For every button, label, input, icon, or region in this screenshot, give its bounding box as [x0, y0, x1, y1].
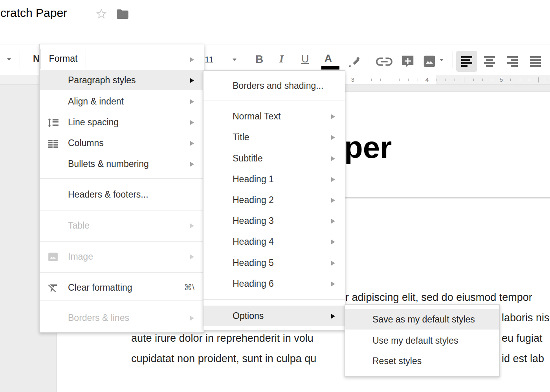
menu-item-columns[interactable]: Columns: [40, 133, 204, 153]
insert-image-caret-icon[interactable]: [440, 59, 444, 61]
menu-item-subtitle[interactable]: Subtitle: [204, 148, 345, 169]
doc-text-line: id est lab: [502, 353, 544, 365]
text-color-button[interactable]: A: [324, 52, 332, 64]
submenu-arrow-icon: [331, 314, 335, 319]
menu-item-bullets-numbering[interactable]: Bullets & numbering: [40, 154, 204, 174]
ruler-number: 4: [424, 76, 430, 83]
insert-image-icon[interactable]: [422, 54, 436, 70]
align-justify-icon[interactable]: [530, 56, 541, 67]
line-spacing-icon: [47, 117, 59, 128]
doc-text-line: cupidatat non proident, sunt in culpa qu: [131, 353, 316, 365]
submenu-arrow-icon: [331, 282, 335, 286]
font-size-value[interactable]: 11: [205, 55, 214, 65]
text-color-swatch: [321, 66, 339, 70]
doc-text-line: aute irure dolor in reprehenderit in vol…: [131, 332, 314, 344]
submenu-arrow-icon: [331, 219, 335, 223]
doc-text-line: r adipiscing elit, sed do eiusmod tempor: [345, 291, 532, 304]
doc-text-line: eu fugiat: [502, 332, 543, 344]
menu-item-headers-footers[interactable]: Headers & footers...: [40, 184, 204, 205]
align-right-icon[interactable]: [507, 56, 518, 67]
clear-formatting-icon: [47, 282, 59, 294]
menu-item-paragraph-styles[interactable]: Paragraph styles: [40, 70, 204, 90]
submenu-arrow-icon: [190, 316, 194, 321]
shortcut-label: ⌘\: [184, 277, 194, 298]
menu-item-heading-5[interactable]: Heading 5: [204, 253, 345, 273]
submenu-arrow-icon: [190, 223, 194, 228]
doc-heading-fragment: per: [344, 130, 392, 165]
submenu-arrow-icon: [190, 57, 194, 62]
options-menu: Save as my default styles Use my default…: [345, 304, 500, 377]
menubar: Insert Format Tools Add-ons Help All cha…: [0, 24, 550, 44]
paragraph-style-dropdown[interactable]: N: [33, 53, 40, 64]
image-icon: [47, 251, 59, 263]
menu-item-heading-6[interactable]: Heading 6: [204, 273, 345, 294]
columns-icon: [47, 137, 59, 149]
submenu-arrow-icon: [190, 99, 194, 104]
header: cratch Paper: [0, 0, 550, 24]
submenu-arrow-icon: [331, 114, 335, 119]
submenu-arrow-icon: [190, 255, 194, 259]
menu-item-use-default-styles[interactable]: Use my default styles: [345, 330, 499, 351]
menu-item-normal-text[interactable]: Normal Text: [204, 106, 345, 126]
doc-text-line: laboris nisi: [502, 312, 550, 324]
align-left-icon: [461, 56, 472, 67]
move-folder-icon[interactable]: [116, 9, 129, 21]
menu-item-table: Table: [40, 215, 204, 236]
menu-item-borders-lines: Borders & lines: [40, 308, 204, 328]
submenu-arrow-icon: [331, 240, 335, 244]
format-menu: Text Paragraph styles Align & indent Lin…: [39, 44, 204, 333]
menubar-item-format[interactable]: Format: [40, 49, 86, 69]
submenu-arrow-icon: [331, 198, 335, 203]
highlight-pen-icon[interactable]: [347, 55, 361, 70]
menu-item-reset-styles[interactable]: Reset styles: [345, 351, 499, 371]
menu-item-heading-3[interactable]: Heading 3: [204, 211, 345, 231]
bold-button[interactable]: B: [255, 53, 263, 66]
app: { "window": { "doc_title_fragment": "cra…: [0, 0, 550, 392]
submenu-arrow-icon: [190, 78, 194, 83]
submenu-arrow-icon: [331, 261, 335, 266]
submenu-arrow-icon: [331, 135, 335, 140]
align-center-icon[interactable]: [484, 56, 495, 67]
menu-item-title[interactable]: Title: [204, 127, 345, 147]
menu-item-heading-2[interactable]: Heading 2: [204, 190, 345, 210]
submenu-arrow-icon: [190, 141, 194, 146]
toolbar-overflow-caret-icon[interactable]: [7, 58, 11, 60]
ruler-number: 5: [499, 76, 504, 83]
add-comment-icon[interactable]: [400, 54, 415, 70]
paragraph-styles-menu: Borders and shading... Normal Text Title…: [203, 70, 345, 330]
submenu-arrow-icon: [331, 156, 335, 161]
submenu-arrow-icon: [190, 162, 194, 167]
menu-item-align-indent[interactable]: Align & indent: [40, 91, 204, 112]
insert-link-icon[interactable]: [376, 57, 392, 68]
menu-item-save-default-styles[interactable]: Save as my default styles: [345, 309, 499, 330]
submenu-arrow-icon: [190, 120, 194, 125]
menu-item-heading-4[interactable]: Heading 4: [204, 231, 345, 252]
menu-item-options[interactable]: Options: [204, 306, 345, 326]
document-title[interactable]: cratch Paper: [0, 6, 67, 20]
underline-button[interactable]: U: [301, 53, 309, 65]
menu-item-clear-formatting[interactable]: Clear formatting ⌘\: [40, 277, 204, 298]
menu-item-heading-1[interactable]: Heading 1: [204, 169, 345, 189]
italic-button[interactable]: I: [279, 53, 284, 65]
star-icon[interactable]: [95, 8, 107, 21]
menu-item-image: Image: [40, 246, 204, 267]
ruler-number: 3: [350, 76, 356, 83]
font-size-caret-icon[interactable]: [233, 59, 236, 61]
menu-item-line-spacing[interactable]: Line spacing: [40, 112, 204, 132]
submenu-arrow-icon: [331, 177, 335, 182]
menu-item-borders-shading[interactable]: Borders and shading...: [204, 75, 345, 96]
